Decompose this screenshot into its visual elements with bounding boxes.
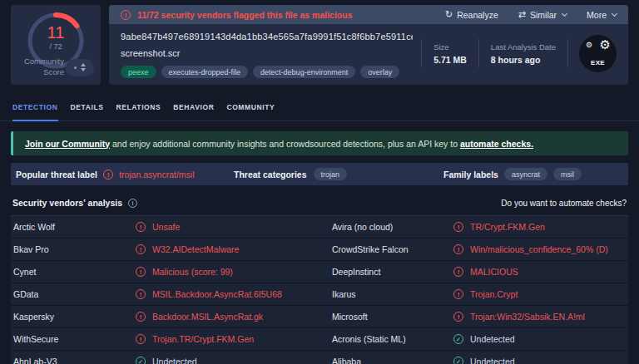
detection-result: Unsafe	[152, 222, 180, 232]
detection-result: Undetected	[470, 334, 515, 344]
header-section: 11 / 72 Community Score ! 11/72 security…	[0, 0, 639, 85]
detection-result: MALICIOUS	[470, 267, 518, 277]
last-analysis-label: Last Analysis Date	[491, 42, 556, 52]
report-tabs: DETECTION DETAILS RELATIONS BEHAVIOR COM…	[0, 96, 639, 121]
vendor-name: Acronis (Static ML)	[332, 334, 453, 344]
alert-icon: !	[453, 267, 463, 277]
threat-categories-label: Threat categories	[234, 170, 307, 180]
vendor-name: Cynet	[11, 267, 136, 277]
file-size: 5.71 MB	[433, 55, 467, 65]
detection-result: Trojan.Crypt	[470, 289, 518, 299]
alert-message: 11/72 security vendors flagged this file…	[137, 10, 353, 20]
detection-result: Trojan:Win32/Sabsik.EN.A!ml	[470, 312, 585, 322]
more-button[interactable]: More	[587, 10, 617, 20]
file-name: screenshot.scr	[121, 48, 413, 58]
vendor-name: Ikarus	[332, 289, 453, 299]
size-label: Size	[433, 42, 467, 52]
gear-icon: ⚙	[600, 37, 611, 52]
positives-count: 11	[24, 23, 87, 42]
reanalyze-icon: ↻	[445, 9, 453, 20]
chevron-down-icon	[562, 10, 567, 16]
alert-icon: !	[453, 312, 463, 322]
family-label-asyncrat[interactable]: asyncrat	[504, 168, 547, 180]
table-row: Bkav Pro !W32.AIDetectMalware CrowdStrik…	[11, 239, 628, 261]
alert-icon: !	[453, 244, 463, 254]
tab-behavior[interactable]: BEHAVIOR	[173, 96, 214, 121]
vendors-table: Arctic Wolf !Unsafe Avira (no cloud) !TR…	[11, 215, 628, 364]
vote-up-icon[interactable]	[81, 63, 86, 66]
alert-icon: !	[136, 334, 146, 344]
tag-peexe[interactable]: peexe	[121, 66, 156, 78]
detection-result: Backdoor.MSIL.AsyncRat.gk	[152, 312, 263, 322]
detection-result: Malicious (score: 99)	[152, 267, 233, 277]
table-row: Cynet !Malicious (score: 99) DeepInstinc…	[11, 261, 628, 283]
vendor-name: AhnLab-V3	[11, 357, 136, 364]
tab-details[interactable]: DETAILS	[71, 96, 104, 121]
chevron-down-icon	[612, 10, 617, 16]
vendor-name: Bkav Pro	[11, 244, 136, 254]
family-label-msil[interactable]: msil	[553, 168, 582, 180]
tab-detection[interactable]: DETECTION	[12, 96, 58, 121]
similar-icon: ⇄	[518, 9, 526, 20]
alert-icon: !	[136, 244, 146, 254]
detection-result: Win/malicious_confidence_60% (D)	[470, 244, 608, 254]
total-engines: / 72	[24, 42, 87, 51]
community-score-label: Community Score	[17, 57, 64, 78]
vendor-name: Alibaba	[332, 357, 453, 364]
community-score-card: 11 / 72 Community Score	[11, 5, 101, 85]
tab-relations[interactable]: RELATIONS	[116, 96, 161, 121]
alert-icon: !	[136, 222, 146, 232]
automate-checks-link[interactable]: automate checks.	[460, 139, 533, 149]
table-row: GData !MSIL.Backdoor.AsyncRat.6I5U68 Ika…	[11, 283, 628, 306]
tab-community[interactable]: COMMUNITY	[226, 96, 275, 121]
automate-checks-question-link[interactable]: Do you want to automate checks?	[501, 199, 627, 208]
vote-down-icon[interactable]	[81, 68, 86, 71]
vendor-name: Avira (no cloud)	[332, 222, 453, 232]
alert-icon: !	[136, 312, 146, 322]
alert-icon: !	[453, 289, 463, 299]
file-hash: 9abe847b497e68919143d4da1bb34e565a7fa999…	[121, 32, 413, 42]
table-row: Kaspersky !Backdoor.MSIL.AsyncRat.gk Mic…	[11, 306, 628, 328]
detection-result: MSIL.Backdoor.AsyncRat.6I5U68	[152, 289, 282, 299]
vendors-section-header: Security vendors' analysis i Do you want…	[11, 192, 628, 213]
alert-icon: !	[453, 222, 463, 232]
file-tags: peexe executes-dropped-file detect-debug…	[121, 66, 413, 78]
divider	[567, 39, 568, 67]
detection-result: Undetected	[470, 357, 515, 364]
warning-icon: !	[103, 170, 113, 180]
tag-detect-debug-environment[interactable]: detect-debug-environment	[253, 66, 355, 78]
community-vote-widget[interactable]	[66, 59, 94, 76]
table-row: AhnLab-V3 ✓Undetected Alibaba ✓Undetecte…	[11, 351, 628, 364]
table-row: Arctic Wolf !Unsafe Avira (no cloud) !TR…	[11, 216, 628, 239]
info-icon[interactable]: i	[128, 199, 137, 208]
community-banner: Join our Community and enjoy additional …	[11, 131, 628, 155]
tag-executes-dropped-file[interactable]: executes-dropped-file	[161, 66, 249, 78]
vendor-name: DeepInstinct	[332, 267, 453, 277]
check-icon: ✓	[453, 357, 463, 364]
threat-category-trojan[interactable]: trojan	[314, 168, 348, 180]
gear-icon: ⚙	[586, 41, 592, 49]
file-type-exe-badge: ⚙ ⚙ EXE	[579, 35, 617, 72]
check-icon: ✓	[453, 334, 463, 344]
vote-dot-icon	[74, 66, 77, 69]
alert-icon: !	[136, 267, 146, 277]
vendor-name: Arctic Wolf	[11, 222, 136, 232]
similar-button[interactable]: ⇄ Similar	[518, 9, 567, 20]
tag-overlay[interactable]: overlay	[360, 66, 399, 78]
vendor-name: Kaspersky	[11, 312, 136, 322]
exe-badge-label: EXE	[579, 59, 617, 66]
detection-alert-bar: ! 11/72 security vendors flagged this fi…	[109, 5, 628, 24]
alert-icon: !	[136, 289, 146, 299]
join-community-link[interactable]: Join our Community	[25, 139, 110, 149]
vote-arrows-icon[interactable]	[81, 63, 86, 71]
banner-text: and enjoy additional community insights …	[110, 139, 460, 149]
vendor-name: CrowdStrike Falcon	[332, 244, 453, 254]
threat-label-value[interactable]: trojan.asyncrat/msil	[119, 170, 194, 180]
reanalyze-button[interactable]: ↻ Reanalyze	[445, 9, 498, 20]
vendors-analysis-title: Security vendors' analysis	[12, 198, 122, 208]
detection-result: W32.AIDetectMalware	[152, 244, 239, 254]
detection-result: Trojan.TR/Crypt.FKM.Gen	[152, 334, 254, 344]
detection-result: Undetected	[152, 357, 197, 364]
popular-threat-label: Popular threat label	[16, 170, 97, 180]
threat-label-bar: Popular threat label ! trojan.asyncrat/m…	[11, 163, 628, 185]
